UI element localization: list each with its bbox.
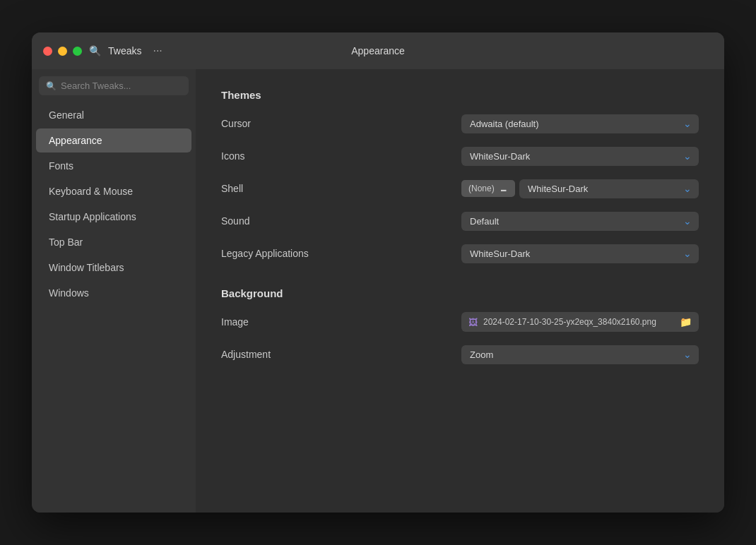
shell-row: Shell (None) 🗕 WhiteSur-Dark [221,176,699,201]
content-area: 🔍 General Appearance Fonts Keyboard & Mo… [32,69,724,513]
sound-row: Sound Default [221,208,699,234]
icons-dropdown[interactable]: WhiteSur-Dark [461,147,699,166]
shell-badge-icon: 🗕 [500,184,508,193]
sidebar-item-appearance[interactable]: Appearance [36,128,191,152]
shell-control: (None) 🗕 WhiteSur-Dark [461,179,699,198]
adjustment-control: Zoom [461,345,699,364]
cursor-row: Cursor Adwaita (default) [221,111,699,136]
icons-control: WhiteSur-Dark [461,147,699,166]
sidebar-item-top-bar[interactable]: Top Bar [36,230,191,254]
icons-row: Icons WhiteSur-Dark [221,143,699,169]
sound-dropdown-wrapper: Default [461,212,699,231]
legacy-applications-control: WhiteSur-Dark [461,244,699,263]
cursor-dropdown-wrapper: Adwaita (default) [461,114,699,133]
maximize-button[interactable] [73,47,82,56]
image-label: Image [221,316,461,328]
search-bar[interactable]: 🔍 [39,76,189,95]
legacy-applications-row: Legacy Applications WhiteSur-Dark [221,241,699,266]
adjustment-dropdown[interactable]: Zoom [461,345,699,364]
search-bar-icon: 🔍 [46,81,57,91]
sidebar-item-keyboard-mouse[interactable]: Keyboard & Mouse [36,179,191,203]
background-section-title: Background [221,287,699,299]
close-button[interactable] [43,47,52,56]
image-control: 🖼 2024-02-17-10-30-25-yx2eqx_3840x2160.p… [461,312,699,332]
image-file-display: 🖼 2024-02-17-10-30-25-yx2eqx_3840x2160.p… [461,312,699,332]
sidebar-item-fonts[interactable]: Fonts [36,154,191,178]
adjustment-dropdown-wrapper: Zoom [461,345,699,364]
section-spacer [221,273,699,287]
sound-dropdown[interactable]: Default [461,212,699,231]
minimize-button[interactable] [58,47,67,56]
legacy-applications-dropdown[interactable]: WhiteSur-Dark [461,244,699,263]
window-title: Appearance [351,45,405,56]
sound-control: Default [461,212,699,231]
icons-dropdown-wrapper: WhiteSur-Dark [461,147,699,166]
image-folder-button[interactable]: 📁 [680,316,692,328]
sound-label: Sound [221,215,461,227]
sidebar-item-startup-applications[interactable]: Startup Applications [36,205,191,229]
shell-dropdown-wrapper: WhiteSur-Dark [519,179,699,198]
icons-label: Icons [221,150,461,162]
titlebar: 🔍 Tweaks ··· Appearance [32,32,724,69]
shell-none-badge: (None) 🗕 [461,180,515,197]
legacy-applications-label: Legacy Applications [221,248,461,259]
titlebar-left: 🔍 Tweaks ··· [43,44,163,57]
shell-dropdown[interactable]: WhiteSur-Dark [519,179,699,198]
main-content: Themes Cursor Adwaita (default) Icons Wh… [196,69,724,513]
window-controls [43,47,82,56]
cursor-control: Adwaita (default) [461,114,699,133]
sidebar-item-window-titlebars[interactable]: Window Titlebars [36,256,191,280]
adjustment-row: Adjustment Zoom [221,342,699,367]
image-filename: 2024-02-17-10-30-25-yx2eqx_3840x2160.png [483,317,674,327]
main-window: 🔍 Tweaks ··· Appearance 🔍 General Appear… [32,32,724,513]
sidebar-item-windows[interactable]: Windows [36,281,191,305]
themes-section-title: Themes [221,89,699,101]
menu-button[interactable]: ··· [153,44,162,57]
sidebar: 🔍 General Appearance Fonts Keyboard & Mo… [32,69,196,513]
image-row: Image 🖼 2024-02-17-10-30-25-yx2eqx_3840x… [221,309,699,335]
cursor-dropdown[interactable]: Adwaita (default) [461,114,699,133]
adjustment-label: Adjustment [221,349,461,360]
search-icon: 🔍 [89,45,101,56]
sidebar-item-general[interactable]: General [36,103,191,127]
search-input[interactable] [61,80,182,91]
legacy-applications-dropdown-wrapper: WhiteSur-Dark [461,244,699,263]
app-name: Tweaks [108,45,141,56]
shell-label: Shell [221,183,461,194]
cursor-label: Cursor [221,118,461,129]
image-file-icon: 🖼 [468,317,478,328]
